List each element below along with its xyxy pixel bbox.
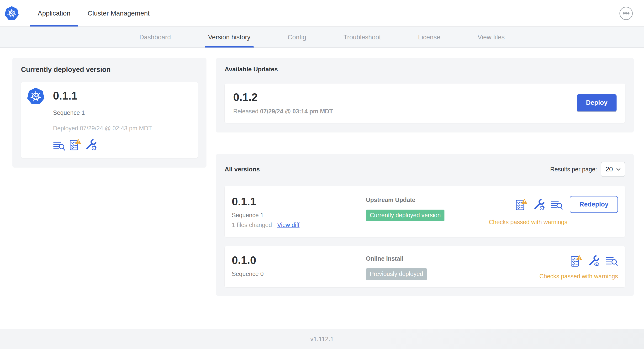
status-badge: Previously deployed bbox=[366, 268, 427, 280]
subnav-view-files[interactable]: View files bbox=[474, 27, 508, 48]
subnav-config-label: Config bbox=[288, 34, 306, 41]
active-subnav-underline bbox=[205, 46, 254, 48]
results-per-page: Results per page: 20 bbox=[550, 162, 625, 177]
version-actions: Redeploy Checks passed with warnings bbox=[489, 195, 618, 228]
available-updates-title: Available Updates bbox=[224, 66, 625, 73]
version-sequence: Sequence 0 bbox=[232, 270, 366, 278]
version-status: Online Install Previously deployed bbox=[366, 254, 540, 280]
tab-cluster-management[interactable]: Cluster Management bbox=[80, 0, 158, 26]
files-changed-label: 1 files changed bbox=[232, 222, 272, 228]
app-footer: v1.112.1 bbox=[0, 329, 644, 349]
app-tabs: Application Cluster Management bbox=[30, 0, 158, 26]
version-number: 0.1.1 bbox=[232, 195, 366, 208]
subnav-config[interactable]: Config bbox=[284, 27, 310, 48]
deployed-timestamp: Deployed 07/29/24 @ 02:43 pm MDT bbox=[53, 125, 152, 132]
tab-cluster-management-label: Cluster Management bbox=[88, 10, 150, 17]
available-update-info: 0.1.2 Released 07/29/24 @ 03:14 pm MDT bbox=[233, 91, 333, 115]
deploy-button[interactable]: Deploy bbox=[577, 94, 616, 111]
config-gear-icon[interactable] bbox=[85, 138, 97, 151]
version-source: Online Install bbox=[366, 255, 540, 262]
checks-status-text: Checks passed with warnings bbox=[540, 273, 618, 280]
subnav-troubleshoot-label: Troubleshoot bbox=[344, 34, 381, 41]
subnav-license[interactable]: License bbox=[415, 27, 444, 48]
version-number: 0.1.0 bbox=[232, 254, 366, 267]
currently-deployed-card: Currently deployed version bbox=[12, 58, 206, 168]
results-per-page-select[interactable]: 20 bbox=[601, 162, 625, 177]
subnav-license-label: License bbox=[418, 34, 440, 41]
logs-icon[interactable] bbox=[551, 199, 563, 210]
results-per-page-value: 20 bbox=[605, 166, 613, 173]
version-action-buttons: Redeploy bbox=[515, 196, 618, 213]
currently-deployed-version-card: 0.1.1 Sequence 1 Deployed 07/29/24 @ 02:… bbox=[21, 82, 198, 158]
app-header: Application Cluster Management bbox=[0, 0, 644, 27]
version-actions: Checks passed with warnings bbox=[540, 254, 618, 280]
currently-deployed-details: 0.1.1 Sequence 1 Deployed 07/29/24 @ 02:… bbox=[53, 87, 152, 151]
subnav-troubleshoot[interactable]: Troubleshoot bbox=[340, 27, 384, 48]
view-diff-link[interactable]: View diff bbox=[277, 222, 300, 228]
tab-application[interactable]: Application bbox=[30, 0, 78, 26]
left-column: Currently deployed version bbox=[12, 58, 206, 168]
config-gear-icon[interactable] bbox=[533, 198, 545, 211]
tab-application-label: Application bbox=[38, 10, 70, 17]
more-options-button[interactable] bbox=[619, 6, 633, 20]
right-column: Available Updates 0.1.2 Released 07/29/2… bbox=[216, 58, 634, 296]
redeploy-button[interactable]: Redeploy bbox=[570, 196, 618, 213]
version-action-buttons bbox=[570, 255, 618, 267]
preflight-checks-warning-icon[interactable] bbox=[69, 138, 81, 151]
released-label: Released bbox=[233, 108, 258, 114]
all-versions-title: All versions bbox=[224, 166, 260, 173]
available-update-row: 0.1.2 Released 07/29/24 @ 03:14 pm MDT D… bbox=[224, 84, 625, 123]
ellipsis-icon bbox=[619, 6, 633, 20]
deployed-sequence: Sequence 1 bbox=[53, 109, 152, 116]
results-per-page-label: Results per page: bbox=[550, 166, 597, 173]
update-released-line: Released 07/29/24 @ 03:14 pm MDT bbox=[233, 108, 333, 115]
chevron-down-icon bbox=[616, 168, 620, 171]
version-source: Upstream Update bbox=[366, 196, 489, 204]
app-subnav: Dashboard Version history Config Trouble… bbox=[0, 27, 644, 48]
logs-icon[interactable] bbox=[606, 256, 618, 266]
subnav-dashboard[interactable]: Dashboard bbox=[136, 27, 174, 48]
deployed-version-actions bbox=[53, 138, 152, 151]
config-view-icon[interactable] bbox=[588, 255, 600, 267]
preflight-checks-warning-icon[interactable] bbox=[570, 255, 582, 267]
logs-icon[interactable] bbox=[53, 140, 66, 151]
currently-deployed-title: Currently deployed version bbox=[21, 66, 198, 74]
version-status: Upstream Update Currently deployed versi… bbox=[366, 195, 489, 228]
all-versions-header: All versions Results per page: 20 bbox=[224, 162, 625, 177]
status-badge: Currently deployed version bbox=[366, 210, 444, 221]
preflight-checks-warning-icon[interactable] bbox=[515, 198, 527, 211]
subnav-view-files-label: View files bbox=[478, 34, 505, 41]
released-date: 07/29/24 @ 03:14 pm MDT bbox=[260, 108, 333, 114]
deployed-version-number: 0.1.1 bbox=[53, 89, 152, 102]
console-version: v1.112.1 bbox=[310, 336, 334, 343]
files-changed-line: 1 files changed View diff bbox=[232, 222, 366, 228]
subnav-dashboard-label: Dashboard bbox=[140, 34, 171, 41]
version-info: 0.1.0 Sequence 0 bbox=[232, 254, 366, 280]
checks-status-text: Checks passed with warnings bbox=[489, 219, 568, 226]
available-updates-card: Available Updates 0.1.2 Released 07/29/2… bbox=[216, 58, 634, 132]
version-info: 0.1.1 Sequence 1 1 files changed View di… bbox=[232, 195, 366, 228]
version-row-0-1-1: 0.1.1 Sequence 1 1 files changed View di… bbox=[224, 186, 625, 237]
version-row-0-1-0: 0.1.0 Sequence 0 Online Install Previous… bbox=[224, 246, 625, 287]
kubernetes-logo-icon bbox=[4, 6, 19, 21]
subnav-version-history-label: Version history bbox=[208, 34, 250, 41]
version-sequence: Sequence 1 bbox=[232, 212, 366, 219]
subnav-version-history[interactable]: Version history bbox=[205, 27, 254, 48]
app-icon bbox=[27, 87, 45, 106]
active-tab-underline bbox=[30, 25, 78, 26]
all-versions-card: All versions Results per page: 20 bbox=[216, 154, 634, 296]
admin-console: Application Cluster Management Dashboard… bbox=[0, 0, 644, 349]
update-version-number: 0.1.2 bbox=[233, 91, 333, 104]
main-content: Currently deployed version bbox=[0, 48, 644, 329]
